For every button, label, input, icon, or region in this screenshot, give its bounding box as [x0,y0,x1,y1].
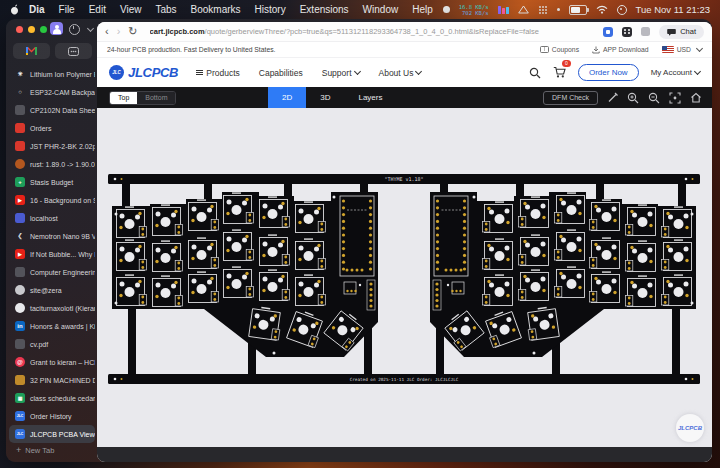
nav-capabilities[interactable]: Capabilities [259,68,303,78]
promo-text: 24-hour PCB production. Fast Delivery to… [107,46,276,53]
menu-items: DiaFileEditViewTabsBookmarksHistoryExten… [29,4,433,15]
coupons-link[interactable]: Coupons [540,46,579,53]
history-clock-icon[interactable] [69,24,80,35]
locate-icon[interactable] [669,92,681,104]
svg-text:"THYME v1.18": "THYME v1.18" [384,176,423,182]
net-down-speed: 702 KB/s [459,10,489,16]
menu-item-extensions[interactable]: Extensions [300,4,349,15]
sidebar-item-grant-to-kieran-hcb[interactable]: @Grant to kieran – HCB [9,353,95,371]
menu-item-file[interactable]: File [59,4,75,15]
zoom-out-icon[interactable] [648,92,660,104]
app-download-link[interactable]: APP Download [592,46,649,54]
search-icon[interactable] [529,67,541,79]
extension-grid-icon[interactable] [622,27,632,37]
sidebar-item-cp2102n-data-sheet[interactable]: CP2102N Data Sheet [9,101,95,119]
keyboard-grid-icon[interactable] [538,5,548,15]
main-nav: Products Capabilities Support About Us [196,68,421,78]
close-window-button[interactable] [16,26,23,33]
sidebar-item-nemotron-nano-9b-v2[interactable]: ❮Nemotron Nano 9B V2 [9,227,95,245]
hcb-icon: @ [15,357,25,367]
sidebar-item-if-not-bubble-why-bu[interactable]: ▶If Not Bubble... Why Bu [9,245,95,263]
sidebar-item-stasis-budget[interactable]: +Stasis Budget [9,173,95,191]
order-now-button[interactable]: Order Now [578,64,639,81]
reload-button[interactable]: ↻ [128,26,137,37]
sidebar-item-16-background-on-ser[interactable]: ▶16 - Background on Ser [9,191,95,209]
sidebar-item-class-schedule-cedarvill[interactable]: ▦class schedule cedarvill [9,389,95,407]
zoom-in-icon[interactable] [627,92,639,104]
view-mode-tabs: 2D 3D Layers [268,87,396,108]
measure-icon[interactable] [607,92,618,103]
menu-item-view[interactable]: View [120,4,142,15]
apple-menu-icon[interactable] [10,4,19,15]
sidebar-item-computer-engineering[interactable]: Computer Engineering [9,263,95,281]
back-button[interactable]: ‹ [105,26,109,37]
jlcpcb-red-icon [15,123,25,133]
sidebar-item-label: taciturnaxolotl (Kieran K [30,305,95,312]
new-tab-button[interactable]: + New Tab [16,445,54,455]
side-bottom-button[interactable]: Bottom [137,92,175,104]
toolbar-extensions: Chat [603,25,704,39]
extension-grey-icon[interactable] [641,27,650,36]
wifi-icon[interactable] [596,5,608,14]
menu-item-bookmarks[interactable]: Bookmarks [191,4,241,15]
minimize-window-button[interactable] [28,26,35,33]
menu-clock[interactable]: Tue Nov 11 21:23 [636,4,710,15]
menu-item-tabs[interactable]: Tabs [155,4,176,15]
sidebar-item-esp32-cam-backpack[interactable]: ○ESP32-CAM Backpack [9,83,95,101]
menu-item-window[interactable]: Window [363,4,399,15]
cart-button[interactable]: 0 [553,64,566,82]
nav-support[interactable]: Support [322,68,360,78]
chevron-down-icon [696,44,703,51]
currency-selector[interactable]: USD [662,46,702,53]
chevron-down-icon [415,67,422,74]
chevron-down-icon[interactable] [87,25,94,32]
bank-shortcut[interactable] [55,43,92,59]
menu-item-dia[interactable]: Dia [29,4,45,15]
control-center-icon[interactable] [617,5,627,15]
warning-icon[interactable] [518,5,529,14]
sidebar-item-rust-1-89-0-1-90-0[interactable]: rust: 1.89.0 -> 1.90.0 [9,155,95,173]
gerber-canvas[interactable]: "THYME v1.18"Created on 2025-11-11 JLC O… [97,108,712,447]
tab-3d[interactable]: 3D [306,87,344,108]
tab-layers[interactable]: Layers [344,87,396,108]
sidebar-item-jst-phr-2-bk-2-02pin[interactable]: JST PHR-2-BK 2.02pin [9,137,95,155]
nav-about[interactable]: About Us [379,68,422,78]
battery-icon[interactable] [569,5,587,15]
stats-icon[interactable] [498,6,509,14]
menu-item-history[interactable]: History [255,4,286,15]
sidebar-item-label: Nemotron Nano 9B V2 [30,233,95,240]
zoom-window-button[interactable] [40,26,47,33]
pcb-render[interactable]: "THYME v1.18"Created on 2025-11-11 JLC O… [108,174,700,384]
network-speed[interactable]: 16.8 KB/s 702 KB/s [459,4,489,16]
chat-bubble-icon [667,28,676,36]
extension-blue-icon[interactable] [603,27,613,37]
sidebar-item-32-pin-machined-dip[interactable]: 32 PIN MACHINED DIP [9,371,95,389]
profile-avatar[interactable] [50,22,63,35]
menu-item-help[interactable]: Help [412,4,433,15]
sidebar-item-order-history[interactable]: JLCOrder History [9,407,95,425]
nav-products[interactable]: Products [196,68,240,78]
sidebar-item-label: 32 PIN MACHINED DIP [30,377,95,384]
sidebar-item-cv-pdf[interactable]: cv.pdf [9,335,95,353]
gmail-shortcut[interactable] [13,43,50,59]
sidebar-item-jlcpcb-pcba-viewer[interactable]: JLCJLCPCB PCBA Viewer [9,425,95,443]
sidebar-item-honors-awards-kiera[interactable]: inHonors & awards | Kiera [9,317,95,335]
status-circle-icon[interactable] [443,6,450,13]
dfm-check-button[interactable]: DFM Check [543,91,598,105]
sidebar-item-lithium-ion-polymer-bat[interactable]: ✳Lithium Ion Polymer Bat [9,65,95,83]
chat-button[interactable]: Chat [659,25,704,39]
tab-2d[interactable]: 2D [268,87,306,108]
sidebar-item-site-zera[interactable]: site@zera [9,281,95,299]
sidebar-item-orders[interactable]: Orders [9,119,95,137]
sidebar-item-localhost[interactable]: localhost [9,209,95,227]
sidebar-item-taciturnaxolotl-kieran-k[interactable]: taciturnaxolotl (Kieran K [9,299,95,317]
side-top-button[interactable]: Top [110,92,137,104]
address-bar[interactable]: cart.jlcpcb.com/quote/gerberviewThree/?p… [150,27,596,36]
forward-button[interactable]: › [117,26,121,37]
sidebar-item-label: 16 - Background on Ser [30,197,95,204]
localhost-icon [15,213,25,223]
my-account-menu[interactable]: My Account [651,68,700,77]
menu-item-edit[interactable]: Edit [89,4,106,15]
home-icon[interactable] [690,92,702,103]
jlcpcb-logo[interactable]: JLC JLCPCB [109,65,178,80]
